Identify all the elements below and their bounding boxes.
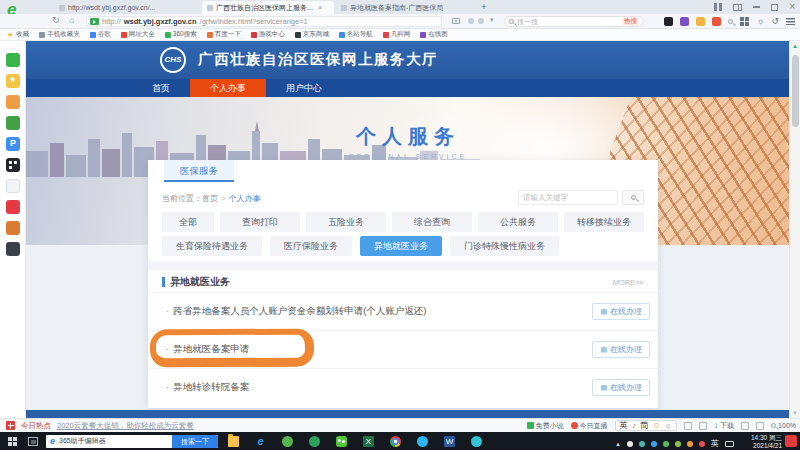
sidebar-app-icon[interactable] [6,116,20,130]
excel-icon[interactable] [363,436,374,447]
browser-tab-3[interactable]: 异地就医备案指南-广西医保局 [336,1,472,14]
ime-settings-icon[interactable] [665,421,672,430]
find-icon[interactable] [728,19,733,24]
scrollbar[interactable] [789,41,800,418]
zoom-level[interactable]: 100% [771,422,796,429]
speed-mode-icon[interactable] [90,18,99,25]
category-comprehensive-query[interactable]: 综合查询 [392,212,472,232]
status-mini-icon[interactable] [741,422,749,430]
scroll-up-icon[interactable] [792,43,798,49]
taskbar-search-button[interactable]: 搜索一下 [172,435,218,448]
sidebar-app-icon[interactable] [6,179,20,193]
tray-icon[interactable] [651,441,657,447]
bookmark-item[interactable]: 网址大全 [121,30,155,39]
more-link[interactable]: MORE>> [613,278,644,287]
tray-icon[interactable] [699,441,705,447]
emoji-icon[interactable] [653,421,661,430]
refresh-icon[interactable] [52,15,60,25]
home-icon[interactable] [69,15,74,25]
ime-cn[interactable]: 简 [640,420,649,432]
status-mini-icon[interactable] [756,422,764,430]
start-button[interactable] [8,437,17,446]
music-note-icon[interactable] [632,421,636,430]
tray-icon[interactable] [675,441,681,447]
split-view-icon[interactable] [714,3,722,11]
sidebar-app-icon[interactable] [6,53,20,67]
category-outpatient-chronic[interactable]: 门诊特殊慢性病业务 [450,236,559,256]
nav-home[interactable]: 首页 [132,79,190,97]
tray-icon[interactable] [663,441,669,447]
file-explorer-icon[interactable] [228,436,239,447]
apps-grid-icon[interactable] [740,17,749,26]
menu-icon[interactable] [786,18,795,25]
online-handle-button[interactable]: 在线办理 [592,303,650,320]
bookmark-item[interactable]: 京东商城 [295,30,329,39]
toolbar-dot-icon[interactable] [478,18,484,24]
bookmark-item[interactable]: 谷歌 [90,30,111,39]
new-tab-button[interactable]: + [478,1,490,14]
category-transfer[interactable]: 转移接续业务 [564,212,644,232]
category-offsite-medical-active[interactable]: 异地就医业务 [360,236,442,256]
bookmark-item[interactable]: 游戏中心 [251,30,285,39]
chevron-down-icon[interactable] [490,16,494,24]
service-item[interactable]: 异地转诊转院备案 在线办理 [148,368,658,406]
sidebar-app-icon[interactable] [6,200,20,214]
service-item-highlighted[interactable]: 异地就医备案申请 在线办理 [148,330,658,368]
chrome-icon[interactable] [390,436,401,447]
bookmark-item[interactable]: 在线图 [420,30,448,39]
category-five-insurance[interactable]: 五险业务 [306,212,386,232]
ie-browser-icon[interactable] [255,436,266,447]
360-browser-icon[interactable] [282,436,293,447]
status-mini-icon[interactable] [684,422,692,430]
layout-icon[interactable] [733,4,742,11]
nav-personal-active[interactable]: 个人办事 [190,79,266,97]
sidebar-app-icon[interactable] [6,242,20,256]
keyword-search-input[interactable] [518,190,618,205]
screenshot-icon[interactable] [452,18,460,24]
hotspot-label[interactable]: 今日热点 [21,421,51,431]
tray-icon[interactable] [687,441,693,447]
toolbar-dot-icon[interactable] [468,18,474,24]
bookmark-favorites[interactable]: 收藏 [7,30,29,39]
green-app-icon[interactable] [309,436,320,447]
sidebar-app-icon[interactable] [6,137,20,151]
extension-icon[interactable] [664,17,673,26]
hotspot-icon[interactable] [6,421,15,430]
extension-icon[interactable] [712,17,721,26]
bookmark-item[interactable]: 360搜索 [165,30,197,39]
sidebar-app-icon[interactable] [6,95,20,109]
tab-close-icon[interactable] [318,1,323,14]
browser-tab-1[interactable]: http://wsdt.ybj.gxzf.gov.cn/... [54,1,200,14]
maximize-icon[interactable] [771,4,778,11]
scrollbar-thumb[interactable] [792,55,799,127]
bookmark-item[interactable]: 凡科网 [383,30,411,39]
task-view-icon[interactable] [28,437,38,446]
url-field[interactable]: http://wsdt.ybj.gxzf.gov.cn/grfw/index.h… [86,16,442,27]
category-public-service[interactable]: 公共服务 [478,212,558,232]
service-item[interactable]: 跨省异地备案人员个人账户资金余额划转申请(个人账户返还) 在线办理 [148,292,658,330]
tray-icon[interactable] [627,441,633,447]
tab-medical-insurance-services[interactable]: 医保服务 [164,160,234,182]
ime-toolbar[interactable]: 英 简 [615,420,678,431]
tray-expand-icon[interactable] [615,441,621,447]
bookmark-item[interactable]: 手机收藏夹 [39,30,80,39]
close-icon[interactable] [789,2,795,12]
keyword-search-button[interactable] [622,190,644,205]
taskbar-search-box[interactable]: 365助手编辑器 搜索一下 [46,435,218,448]
online-handle-button[interactable]: 在线办理 [592,379,650,396]
word-icon[interactable] [444,436,455,447]
edge-icon[interactable] [471,436,482,447]
keyboard-icon[interactable] [725,441,734,447]
tim-icon[interactable] [417,436,428,447]
sidebar-app-icon[interactable] [6,221,20,235]
free-novel-link[interactable]: 免费小说 [527,421,564,431]
breadcrumb-home-link[interactable]: 首页 [202,193,218,204]
scroll-down-icon[interactable] [792,410,798,416]
notification-badge-icon[interactable] [785,435,797,447]
tray-ime-indicator[interactable]: 英 [711,438,719,449]
category-query-print[interactable]: 查询打印 [220,212,300,232]
history-undo-icon[interactable] [771,17,779,26]
download-button[interactable]: 下载 [714,421,734,431]
tray-icon[interactable] [639,441,645,447]
sidebar-app-icon[interactable] [6,74,20,88]
